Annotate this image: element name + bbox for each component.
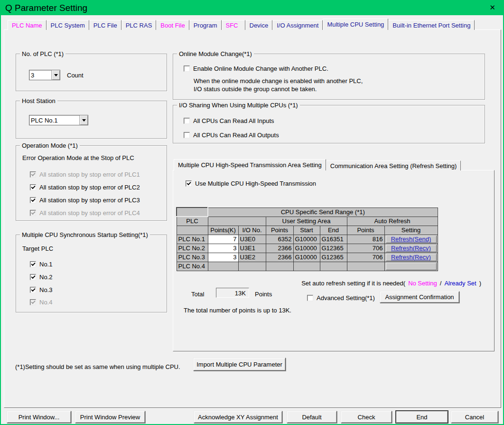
acknowledge-xy-assignment-button[interactable]: Acknowledge XY Assignment: [194, 411, 282, 423]
target-plc-label: Target PLC: [22, 245, 53, 252]
no-of-plc-group-title: No. of PLC (*1): [20, 50, 65, 57]
sync-startup-group: Multiple CPU Synchronous Startup Setting…: [16, 235, 167, 312]
target-plc-no1-checkbox[interactable]: [30, 261, 36, 267]
tab-high-speed-transmission-area-setting[interactable]: Multiple CPU High-Speed Transmission Are…: [174, 159, 326, 170]
no-setting-label: No Setting: [408, 280, 437, 287]
tab-io-assignment[interactable]: I/O Assignment: [272, 20, 323, 30]
plc-cell: PLC No.4: [177, 262, 208, 271]
points-unit-label: Points: [255, 291, 272, 298]
plc-column-header: PLC: [177, 217, 208, 226]
auto-refresh-note: Set auto refresh setting if it is needed…: [300, 280, 483, 287]
plc-cell: PLC No.3: [177, 253, 208, 262]
use-high-speed-transmission-checkbox[interactable]: [186, 180, 192, 187]
start-header: Start: [293, 226, 320, 235]
total-points-field: 13K: [216, 288, 249, 298]
online-module-change-group: Online Module Change(*1) Enable Online M…: [173, 54, 485, 100]
operation-mode-group: Operation Mode (*1) Error Operation Mode…: [16, 145, 167, 221]
chevron-down-icon[interactable]: [79, 115, 88, 125]
print-window-button[interactable]: Print Window...: [7, 411, 71, 423]
assignment-confirmation-button[interactable]: Assignment Confirmation: [380, 291, 459, 303]
sync-startup-group-title: Multiple CPU Synchronous Startup Setting…: [20, 231, 150, 238]
start-cell: G10000: [293, 235, 320, 244]
tab-multiple-cpu-setting[interactable]: Multiple CPU Setting: [323, 19, 388, 30]
stop-error-plc2-checkbox[interactable]: [30, 184, 36, 190]
refresh-recv-button[interactable]: Refresh(Recv): [386, 254, 437, 261]
title-bar: Q Parameter Setting ✕: [1, 1, 503, 15]
target-plc-no2-checkbox[interactable]: [30, 274, 36, 280]
plc-cell: PLC No.1: [177, 235, 208, 244]
stop-error-plc4-label: All station stop by stop error of PLC4: [39, 209, 140, 217]
start-cell: [293, 262, 320, 271]
table-row: PLC No.2 3 U3E1 2366 G10000 G12365 706 R…: [177, 244, 438, 253]
refresh-send-button[interactable]: Refresh(Send): [386, 236, 437, 243]
read-all-outputs-checkbox[interactable]: [184, 132, 190, 138]
target-plc-no2-label: No.2: [39, 274, 52, 281]
refresh-note-separator: /: [440, 280, 442, 287]
stop-error-plc2-label: All station stop by stop error of PLC2: [39, 184, 140, 191]
tab-sfc[interactable]: SFC: [222, 20, 245, 30]
online-module-note-line1: When the online module change is enabled…: [194, 77, 363, 85]
target-plc-no3-checkbox[interactable]: [30, 287, 36, 293]
points-cell: 6352: [266, 235, 293, 244]
tab-plc-ras[interactable]: PLC RAS: [121, 20, 157, 30]
end-cell: G12365: [320, 244, 347, 253]
close-icon[interactable]: ✕: [489, 4, 495, 11]
tab-plc-file[interactable]: PLC File: [89, 20, 121, 30]
footnote-multiple-cpu: (*1)Setting should be set as same when u…: [15, 363, 180, 370]
parameter-tab-strip: PLC Name PLC System PLC File PLC RAS Boo…: [8, 19, 475, 30]
tab-boot-file[interactable]: Boot File: [156, 20, 189, 30]
plc-count-dropdown[interactable]: 3: [29, 70, 60, 80]
tab-plc-system[interactable]: PLC System: [47, 20, 89, 30]
use-high-speed-transmission-label: Use Multiple CPU High-Speed Transmission: [195, 180, 316, 187]
enable-online-module-change-checkbox[interactable]: [184, 66, 190, 72]
q-parameter-setting-dialog: Q Parameter Setting ✕ PLC Name PLC Syste…: [0, 0, 504, 425]
cancel-button[interactable]: Cancel: [451, 411, 498, 423]
points-cell: [266, 262, 293, 271]
advanced-setting-checkbox[interactable]: [307, 295, 313, 301]
io-no-cell: U3E0: [238, 235, 266, 244]
points-k-cell[interactable]: 7: [208, 235, 238, 244]
tab-device[interactable]: Device: [245, 20, 273, 30]
io-no-cell: [238, 262, 266, 271]
points-k-cell[interactable]: 3: [208, 253, 238, 262]
refresh-points-cell: 816: [347, 235, 384, 244]
advanced-setting-label: Advanced Setting(*1): [317, 294, 375, 302]
refresh-points-header: Points: [347, 226, 384, 235]
end-button[interactable]: End: [396, 411, 448, 423]
cpu-send-range-table: CPU Specific Send Range (*1) PLC User Se…: [176, 207, 438, 271]
end-cell: G12365: [320, 253, 347, 262]
auto-refresh-note-prefix: Set auto refresh setting if it is needed…: [301, 280, 405, 287]
table-corner-cell: [177, 208, 208, 217]
chevron-down-icon[interactable]: [51, 70, 60, 80]
check-button[interactable]: Check: [341, 411, 392, 423]
table-row: PLC No.3 3 U3E2 2366 G10000 G12365 706 R…: [177, 253, 438, 262]
online-module-change-group-title: Online Module Change(*1): [177, 50, 254, 57]
target-plc-no4-checkbox: [30, 299, 36, 305]
stop-error-plc3-label: All station stop by stop error of PLC3: [39, 197, 140, 204]
print-window-preview-button[interactable]: Print Window Preview: [75, 411, 145, 423]
tab-plc-name[interactable]: PLC Name: [8, 20, 47, 30]
points-k-header: Points(K): [208, 226, 238, 235]
stop-error-plc1-label: All station stop by stop error of PLC1: [39, 171, 140, 178]
tab-program[interactable]: Program: [189, 20, 222, 30]
target-plc-no1-label: No.1: [39, 261, 52, 268]
read-all-inputs-label: All CPUs Can Read All Inputs: [193, 117, 274, 124]
points-k-cell: [208, 262, 238, 271]
import-multiple-cpu-parameter-button[interactable]: Import Multiple CPU Parameter: [193, 358, 286, 371]
default-button[interactable]: Default: [287, 411, 337, 423]
blank-header-cell: [177, 226, 208, 235]
high-speed-transmission-page: Use Multiple CPU High-Speed Transmission…: [173, 170, 495, 351]
points-k-cell[interactable]: 3: [208, 244, 238, 253]
host-station-dropdown[interactable]: PLC No.1: [29, 115, 88, 125]
tab-communication-area-setting[interactable]: Communication Area Setting (Refresh Sett…: [326, 161, 461, 170]
stop-error-plc3-checkbox[interactable]: [30, 197, 36, 203]
start-cell: G10000: [293, 253, 320, 262]
host-station-group: Host Station PLC No.1: [16, 101, 167, 139]
tab-built-in-ethernet-port-setting[interactable]: Built-in Ethernet Port Setting: [388, 20, 475, 30]
table-row: PLC No.1 7 U3E0 6352 G10000 G16351 816 R…: [177, 235, 438, 244]
count-label: Count: [67, 72, 84, 79]
plc-count-value: 3: [29, 70, 51, 80]
refresh-recv-button[interactable]: Refresh(Recv): [386, 245, 437, 252]
host-station-group-title: Host Station: [20, 97, 57, 104]
read-all-inputs-checkbox[interactable]: [184, 118, 190, 124]
